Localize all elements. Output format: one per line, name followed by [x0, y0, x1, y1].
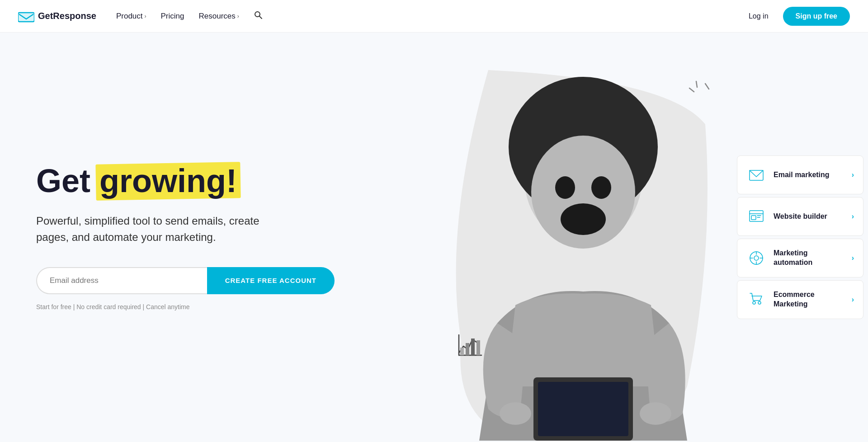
svg-rect-17: [460, 348, 464, 355]
feature-card-automation[interactable]: Marketing automation ›: [737, 239, 863, 277]
svg-rect-12: [538, 382, 628, 436]
login-button[interactable]: Log in: [741, 9, 776, 24]
svg-rect-18: [466, 343, 469, 355]
svg-rect-19: [471, 339, 475, 355]
email-form: CREATE FREE ACCOUNT: [36, 267, 335, 294]
feature-card-email[interactable]: Email marketing ›: [737, 155, 863, 194]
svg-point-13: [500, 402, 531, 425]
feature-cards: Email marketing › Website builder ›: [737, 155, 863, 319]
navbar: GetResponse Product › Pricing Resources …: [0, 0, 868, 33]
svg-line-22: [696, 81, 697, 87]
svg-line-21: [705, 84, 709, 89]
ecommerce-marketing-label: Ecommerce Marketing: [774, 290, 844, 309]
marketing-automation-label: Marketing automation: [774, 249, 844, 268]
website-builder-icon: [746, 207, 766, 226]
svg-point-36: [753, 301, 755, 304]
nav-item-resources[interactable]: Resources ›: [193, 8, 245, 24]
hero-headline: Get growing!: [36, 164, 407, 198]
marketing-automation-icon: [746, 248, 766, 268]
svg-point-9: [555, 176, 575, 199]
feature-card-ecommerce[interactable]: Ecommerce Marketing ›: [737, 280, 863, 319]
signup-button[interactable]: Sign up free: [783, 7, 850, 26]
product-chevron-icon: ›: [145, 13, 146, 19]
ecommerce-marketing-icon: [746, 290, 766, 310]
ecommerce-card-chevron-icon: ›: [852, 296, 854, 304]
email-marketing-icon: [746, 165, 766, 185]
hero-subtext: Powerful, simplified tool to send emails…: [36, 213, 289, 245]
svg-point-10: [591, 176, 611, 199]
hero-person-image: [452, 70, 714, 441]
website-card-chevron-icon: ›: [852, 212, 854, 221]
svg-rect-20: [476, 340, 480, 355]
svg-point-8: [561, 203, 606, 235]
logo-icon: [18, 10, 34, 23]
svg-point-14: [640, 402, 671, 425]
logo[interactable]: GetResponse: [18, 10, 96, 23]
headline-highlight: growing!: [99, 164, 237, 198]
nav-item-product[interactable]: Product ›: [111, 8, 152, 24]
email-input[interactable]: [36, 267, 207, 294]
create-account-button[interactable]: CREATE FREE ACCOUNT: [207, 267, 335, 294]
nav-right: Log in Sign up free: [741, 7, 850, 26]
hero-visual: Email marketing › Website builder ›: [434, 34, 868, 441]
sparkle-decorations: [678, 79, 714, 126]
nav-links: Product › Pricing Resources ›: [111, 7, 741, 25]
email-marketing-label: Email marketing: [774, 170, 844, 180]
nav-product-label: Product: [116, 12, 143, 21]
svg-point-31: [754, 256, 759, 260]
fine-print: Start for free | No credit card required…: [36, 303, 407, 310]
feature-card-website[interactable]: Website builder ›: [737, 197, 863, 236]
svg-line-23: [689, 88, 694, 92]
nav-pricing-label: Pricing: [161, 12, 184, 21]
automation-card-chevron-icon: ›: [852, 254, 854, 262]
chart-icon: [457, 330, 484, 359]
nav-resources-label: Resources: [199, 12, 236, 21]
search-icon[interactable]: [248, 7, 268, 25]
hero-content: Get growing! Powerful, simplified tool t…: [0, 128, 434, 347]
hero-section: Get growing! Powerful, simplified tool t…: [0, 33, 868, 442]
email-card-chevron-icon: ›: [852, 171, 854, 179]
svg-line-3: [259, 16, 262, 19]
resources-chevron-icon: ›: [237, 13, 239, 19]
website-builder-label: Website builder: [774, 212, 844, 221]
nav-item-pricing[interactable]: Pricing: [156, 8, 190, 24]
svg-point-37: [758, 301, 761, 304]
svg-rect-27: [751, 216, 756, 220]
svg-rect-0: [18, 13, 34, 22]
headline-part1: Get: [36, 163, 99, 199]
logo-text: GetResponse: [38, 11, 96, 21]
